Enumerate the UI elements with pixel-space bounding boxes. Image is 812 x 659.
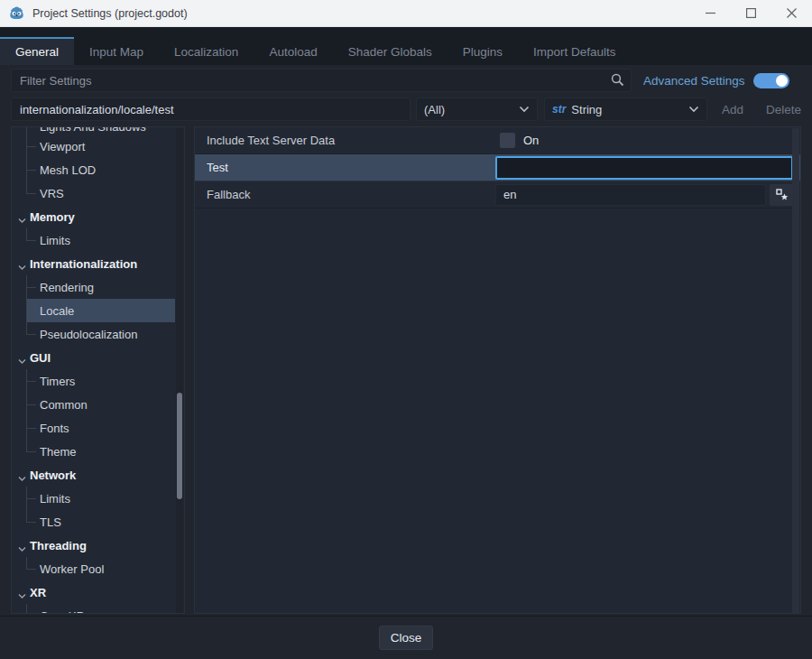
tree-item-threading[interactable]: Threading [12, 534, 184, 557]
advanced-settings-label: Advanced Settings [643, 74, 745, 88]
close-button[interactable]: Close [379, 626, 434, 650]
tab-label: Plugins [463, 45, 503, 59]
tree-item-mesh-lod[interactable]: Mesh LOD [12, 158, 184, 181]
close-window-button[interactable] [771, 0, 812, 26]
tree-item-memory[interactable]: Memory [12, 205, 184, 228]
tree-item-label: Timers [40, 375, 75, 388]
property-row-fallback[interactable]: Fallback [195, 181, 800, 209]
tab-input-map[interactable]: Input Map [74, 37, 159, 65]
tree-guide-line [26, 440, 27, 451]
tree-item-viewport[interactable]: Viewport [12, 135, 184, 158]
string-type-icon: str [552, 103, 566, 116]
filter-settings-input[interactable] [11, 69, 632, 92]
type-value: String [571, 103, 602, 116]
feature-filter-value: (All) [424, 103, 445, 116]
tree-guide-tick [26, 334, 36, 335]
tree-item-label: Limits [40, 492, 70, 506]
tree-guide-tick [26, 170, 36, 171]
add-button[interactable]: Add [722, 103, 743, 116]
titlebar: Project Settings (project.godot) [0, 0, 812, 27]
tab-autoload[interactable]: Autoload [254, 37, 332, 65]
tab-shader-globals[interactable]: Shader Globals [333, 37, 448, 65]
tree-item-label: Network [30, 469, 76, 482]
tree-item-xr[interactable]: XR [12, 580, 184, 604]
window-controls [690, 0, 812, 26]
maximize-button[interactable] [731, 0, 771, 26]
chevron-down-icon [18, 476, 26, 482]
search-icon [611, 73, 624, 87]
tree-item-gui[interactable]: GUI [12, 346, 184, 369]
sidebar-scrollbar-thumb[interactable] [177, 393, 182, 499]
tree-item-lights-and-shadows[interactable]: Lights And Shadows [12, 127, 184, 135]
tree-item-fonts[interactable]: Fonts [12, 416, 184, 440]
properties-panel: Include Text Server Data On Test Fallbac… [194, 126, 801, 614]
tree-guide-line [26, 604, 27, 614]
tree-item-vrs[interactable]: VRS [12, 181, 184, 205]
tree-item-pseudolocalization[interactable]: Pseudolocalization [12, 322, 184, 346]
tree-item-limits[interactable]: Limits [12, 228, 184, 252]
property-row-include-text-server-data[interactable]: Include Text Server Data On [195, 127, 800, 154]
tree-item-label: Internationalization [30, 257, 137, 271]
delete-button[interactable]: Delete [766, 103, 801, 116]
tree-item-label: Memory [30, 210, 75, 224]
tree-item-label: Fonts [40, 422, 69, 435]
tree-guide-tick [26, 498, 36, 499]
tree-item-tls[interactable]: TLS [12, 510, 184, 534]
tree-item-label: TLS [40, 515, 61, 529]
tree-item-theme[interactable]: Theme [12, 440, 184, 463]
tree-item-openxr[interactable]: OpenXR [12, 604, 184, 614]
tree-item-rendering[interactable]: Rendering [12, 275, 184, 299]
tab-plugins[interactable]: Plugins [448, 37, 518, 65]
tree-item-label: Worker Pool [40, 562, 104, 576]
tree-guide-tick [26, 522, 36, 523]
toggle-knob [776, 75, 788, 87]
include-text-server-data-checkbox[interactable] [500, 133, 515, 148]
chevron-down-icon [18, 546, 26, 552]
tab-localization[interactable]: Localization [159, 37, 254, 65]
tree-item-network[interactable]: Network [12, 463, 184, 487]
tree-guide-line [26, 228, 27, 240]
advanced-settings-toggle[interactable] [753, 73, 789, 88]
test-value-input[interactable] [495, 156, 793, 180]
property-row-test[interactable]: Test [195, 154, 800, 181]
tree-item-label: Pseudolocalization [40, 328, 137, 341]
tree-item-label: Lights And Shadows [40, 127, 146, 134]
property-add-bar: (All) str String Add Delete [0, 96, 812, 123]
chevron-down-icon [519, 106, 530, 113]
tree-item-label: VRS [40, 187, 64, 200]
window-title: Project Settings (project.godot) [32, 7, 188, 20]
tab-import-defaults[interactable]: Import Defaults [518, 37, 632, 65]
tree-item-label: Rendering [40, 281, 94, 294]
tree-item-locale[interactable]: Locale [12, 299, 184, 322]
minimize-button[interactable] [690, 0, 731, 26]
chevron-down-icon [688, 106, 699, 113]
tab-general[interactable]: General [0, 37, 74, 65]
tree-guide-tick [26, 287, 36, 288]
type-dropdown[interactable]: str String [544, 97, 707, 121]
tree-guide-tick [26, 404, 36, 405]
tree-item-internationalization[interactable]: Internationalization [12, 252, 184, 275]
tree-item-label: Mesh LOD [40, 163, 96, 177]
tab-label: Localization [174, 45, 238, 59]
tree-item-label: GUI [30, 351, 51, 365]
tree-item-common[interactable]: Common [12, 393, 184, 416]
tree-item-worker-pool[interactable]: Worker Pool [12, 557, 184, 580]
tab-label: General [15, 45, 59, 59]
tree-guide-tick [26, 428, 36, 429]
property-path-input[interactable] [11, 97, 411, 121]
property-label: Test [195, 161, 495, 174]
tab-label: Shader Globals [348, 45, 432, 59]
settings-tree-panel: Lights And ShadowsViewportMesh LODVRSMem… [11, 126, 185, 614]
tree-item-timers[interactable]: Timers [12, 369, 184, 393]
tree-item-limits[interactable]: Limits [12, 487, 184, 510]
locale-select-button[interactable] [770, 184, 795, 206]
chevron-down-icon [18, 218, 26, 224]
chevron-down-icon [18, 358, 26, 365]
feature-filter-dropdown[interactable]: (All) [416, 97, 538, 121]
main-panel-scrollbar[interactable] [792, 128, 799, 614]
sidebar-scrollbar[interactable] [176, 128, 183, 614]
settings-tree: Lights And ShadowsViewportMesh LODVRSMem… [12, 127, 184, 614]
chevron-down-icon [18, 265, 26, 271]
tree-item-label: Viewport [40, 140, 85, 153]
fallback-value-input[interactable] [495, 184, 766, 206]
